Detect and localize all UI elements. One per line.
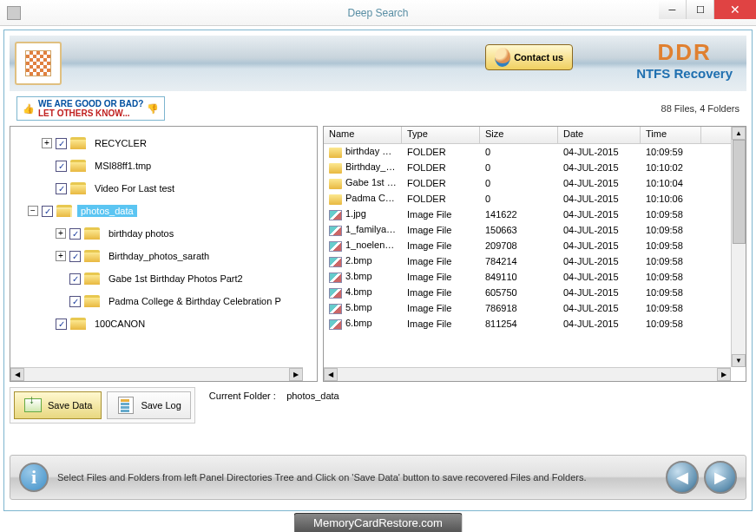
column-header-size[interactable]: Size — [480, 127, 558, 143]
scroll-up-icon[interactable]: ▲ — [732, 127, 746, 140]
file-row[interactable]: 2.bmpImage File78421404-JUL-201510:09:58 — [324, 253, 746, 269]
file-row[interactable]: 5.bmpImage File78691804-JUL-201510:09:58 — [324, 300, 746, 316]
feedback-button[interactable]: 👍 WE ARE GOOD OR BAD? LET OTHERS KNOW...… — [16, 96, 165, 121]
file-row[interactable]: Gabe 1st Bi...FOLDER004-JUL-201510:10:04 — [324, 175, 746, 191]
tree-checkbox[interactable]: ✓ — [56, 138, 67, 149]
scroll-right-icon[interactable]: ▶ — [289, 368, 303, 381]
file-date: 04-JUL-2015 — [558, 177, 641, 189]
tree-expander-icon[interactable]: + — [56, 251, 66, 261]
back-button[interactable]: ◀ — [666, 461, 699, 494]
file-size: 0 — [480, 193, 558, 205]
save-data-button[interactable]: Save Data — [14, 391, 102, 419]
folder-icon — [84, 273, 100, 285]
file-time: 10:10:02 — [641, 161, 701, 174]
save-log-button[interactable]: Save Log — [107, 391, 190, 419]
maximize-button[interactable]: ☐ — [687, 0, 714, 19]
tree-checkbox[interactable]: ✓ — [69, 296, 81, 307]
scroll-down-icon[interactable]: ▼ — [732, 354, 746, 367]
current-folder-status: Current Folder : photos_data — [201, 387, 348, 404]
column-header-time[interactable]: Time — [641, 127, 701, 143]
folder-icon — [84, 227, 100, 240]
tree-item[interactable]: ✓Video For Last test — [14, 177, 313, 200]
tree-item-label: 100CANON — [91, 318, 148, 330]
tree-checkbox[interactable]: ✓ — [69, 273, 81, 285]
tree-expander-icon[interactable]: + — [56, 228, 66, 239]
minimize-button[interactable]: ─ — [659, 0, 687, 19]
file-date: 04-JUL-2015 — [558, 286, 641, 299]
file-row[interactable]: 1_noelen-a...Image File20970804-JUL-2015… — [324, 238, 746, 253]
file-row[interactable]: 1.jpgImage File14162204-JUL-201510:09:58 — [324, 207, 746, 222]
file-horizontal-scrollbar[interactable]: ◀ ▶ — [324, 367, 731, 381]
brand-subtitle: NTFS Recovery — [636, 66, 733, 81]
tree-checkbox[interactable]: ✓ — [42, 206, 53, 217]
current-folder-value: photos_data — [286, 391, 339, 401]
info-icon: i — [19, 463, 49, 492]
file-type: Image File — [402, 208, 480, 220]
tree-checkbox[interactable]: ✓ — [69, 251, 81, 262]
file-date: 04-JUL-2015 — [558, 146, 641, 158]
image-file-icon — [329, 319, 342, 330]
column-header-name[interactable]: Name — [324, 127, 402, 143]
feedback-line1: WE ARE GOOD OR BAD? — [38, 99, 143, 108]
tree-checkbox[interactable]: ✓ — [56, 319, 67, 330]
scroll-left-icon[interactable]: ◀ — [324, 368, 338, 381]
file-date: 04-JUL-2015 — [558, 302, 641, 314]
file-date: 04-JUL-2015 — [558, 208, 641, 220]
file-row[interactable]: Birthday_p...FOLDER004-JUL-201510:10:02 — [324, 160, 746, 175]
tree-item[interactable]: ✓Gabe 1st Birthday Photos Part2 — [14, 267, 313, 290]
file-date: 04-JUL-2015 — [558, 161, 641, 174]
folder-icon — [70, 318, 86, 330]
tree-item[interactable]: +✓Birthday_photos_sarath — [14, 245, 313, 267]
file-row[interactable]: 1_familyatb...Image File15066304-JUL-201… — [324, 222, 746, 238]
tree-item-label: Birthday_photos_sarath — [105, 250, 213, 262]
file-size: 0 — [480, 146, 558, 158]
tree-item[interactable]: +✓birthday photos — [14, 222, 313, 245]
file-name: Gabe 1st Bi... — [345, 177, 402, 187]
tree-item[interactable]: −✓photos_data — [14, 200, 313, 222]
image-file-icon — [329, 241, 342, 252]
scroll-thumb[interactable] — [733, 140, 746, 244]
tree-item[interactable]: ✓Padma College & Birthday Celebration P — [14, 290, 313, 312]
file-time: 10:10:06 — [641, 193, 701, 205]
tree-checkbox[interactable]: ✓ — [56, 161, 67, 172]
file-list-header: Name Type Size Date Time — [324, 127, 746, 144]
file-date: 04-JUL-2015 — [558, 318, 641, 330]
contact-us-button[interactable]: Contact us — [485, 44, 573, 70]
file-type: Image File — [402, 302, 480, 314]
file-row[interactable]: 3.bmpImage File84911004-JUL-201510:09:58 — [324, 269, 746, 285]
tree-item[interactable]: ✓MSI88ff1.tmp — [14, 154, 313, 177]
folder-icon — [70, 160, 86, 172]
file-vertical-scrollbar[interactable]: ▲ ▼ — [731, 127, 746, 367]
file-name: 4.bmp — [345, 286, 372, 297]
file-row[interactable]: 4.bmpImage File60575004-JUL-201510:09:58 — [324, 285, 746, 300]
footer-link[interactable]: MemoryCardRestore.com — [293, 513, 463, 532]
tree-horizontal-scrollbar[interactable]: ◀ ▶ — [10, 367, 303, 381]
scroll-left-icon[interactable]: ◀ — [10, 368, 24, 381]
file-row[interactable]: birthday ph...FOLDER004-JUL-201510:09:59 — [324, 144, 746, 160]
file-row[interactable]: Padma Coll...FOLDER004-JUL-201510:10:06 — [324, 191, 746, 207]
current-folder-label: Current Folder : — [209, 391, 276, 401]
file-type: FOLDER — [402, 177, 480, 189]
tree-checkbox[interactable]: ✓ — [69, 228, 81, 240]
tree-expander-icon[interactable]: − — [28, 206, 38, 216]
tree-item-label: Gabe 1st Birthday Photos Part2 — [105, 273, 247, 285]
tree-item-label: Video For Last test — [91, 182, 178, 194]
file-name: 2.bmp — [345, 255, 372, 266]
tree-checkbox[interactable]: ✓ — [56, 183, 67, 194]
tree-expander-icon[interactable]: + — [42, 138, 52, 148]
column-header-date[interactable]: Date — [558, 127, 641, 143]
file-type: FOLDER — [402, 146, 480, 158]
file-date: 04-JUL-2015 — [558, 271, 641, 283]
file-time: 10:09:59 — [641, 146, 701, 158]
close-button[interactable]: ✕ — [714, 0, 756, 19]
image-file-icon — [329, 304, 342, 314]
tree-item-label: birthday photos — [105, 227, 177, 240]
file-row[interactable]: 6.bmpImage File81125404-JUL-201510:09:58 — [324, 316, 746, 332]
forward-button[interactable]: ▶ — [704, 461, 737, 494]
file-type: Image File — [402, 286, 480, 299]
column-header-type[interactable]: Type — [402, 127, 480, 143]
scroll-right-icon[interactable]: ▶ — [717, 368, 731, 381]
tree-item[interactable]: +✓RECYCLER — [14, 132, 313, 154]
tree-item[interactable]: ✓100CANON — [14, 312, 313, 335]
file-name: 6.bmp — [345, 318, 372, 328]
